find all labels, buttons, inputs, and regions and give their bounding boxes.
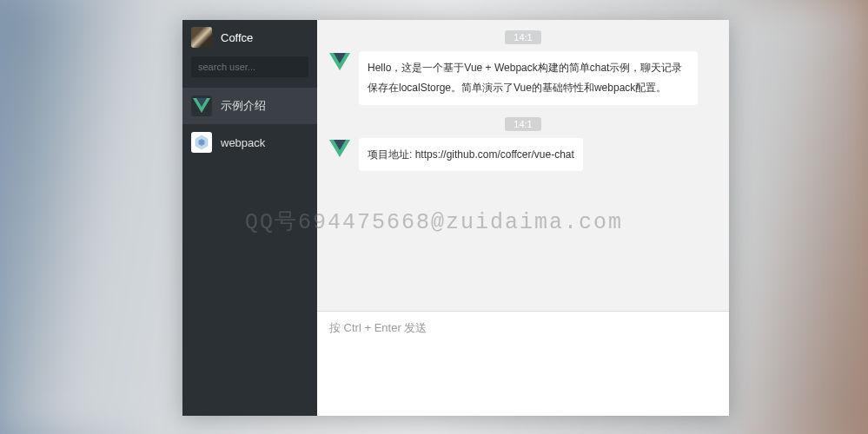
message-bubble: 项目地址: https://github.com/coffcer/vue-cha… xyxy=(359,138,583,172)
vue-icon xyxy=(329,140,350,161)
contact-name-label: webpack xyxy=(221,136,265,149)
chat-area: 14:1 Hello，这是一个基于Vue + Webpack构建的简单chat示… xyxy=(317,20,729,416)
webpack-icon xyxy=(191,132,212,153)
time-badge: 14:1 xyxy=(329,115,717,131)
contact-item-webpack[interactable]: webpack xyxy=(182,124,317,161)
sidebar: Coffce 示例介绍 xyxy=(182,20,317,416)
message-input[interactable] xyxy=(317,312,729,416)
vue-icon xyxy=(191,95,212,116)
contact-list: 示例介绍 webpack xyxy=(182,88,317,416)
messages-scroll-area[interactable]: 14:1 Hello，这是一个基于Vue + Webpack构建的简单chat示… xyxy=(317,20,729,311)
message-bubble: Hello，这是一个基于Vue + Webpack构建的简单chat示例，聊天记… xyxy=(359,51,698,105)
search-input[interactable] xyxy=(191,56,308,77)
contact-item-example[interactable]: 示例介绍 xyxy=(182,88,317,124)
search-box xyxy=(191,56,308,77)
user-avatar[interactable] xyxy=(191,27,212,48)
sidebar-header: Coffce xyxy=(182,20,317,56)
username-label: Coffce xyxy=(221,31,253,44)
contact-name-label: 示例介绍 xyxy=(221,98,266,114)
time-text: 14:1 xyxy=(505,30,540,44)
message-row: Hello，这是一个基于Vue + Webpack构建的简单chat示例，聊天记… xyxy=(329,51,717,105)
time-text: 14:1 xyxy=(505,117,540,131)
chat-app-window: Coffce 示例介绍 xyxy=(182,20,729,416)
vue-icon xyxy=(329,53,350,74)
message-row: 项目地址: https://github.com/coffcer/vue-cha… xyxy=(329,138,717,172)
time-badge: 14:1 xyxy=(329,29,717,44)
input-area xyxy=(317,311,729,416)
